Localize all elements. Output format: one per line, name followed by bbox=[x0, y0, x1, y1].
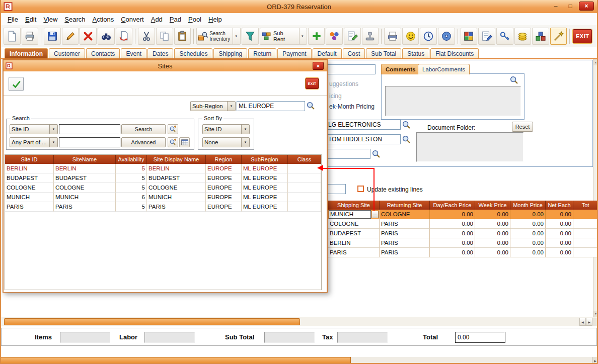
form-edit-icon[interactable] bbox=[478, 28, 495, 45]
table-row[interactable]: COLOGNEPARIS0.000.000.000.00 bbox=[328, 219, 598, 229]
tab-comments[interactable]: Comments bbox=[381, 64, 420, 74]
column-header[interactable]: Month Price bbox=[510, 201, 546, 210]
sub-rent-button[interactable]: Sub Rent▼ bbox=[260, 28, 307, 45]
search-lookup-icon-button[interactable] bbox=[168, 124, 178, 134]
edit-pencil-icon[interactable] bbox=[62, 28, 79, 45]
menu-item-file[interactable]: File bbox=[4, 15, 22, 24]
save-icon[interactable] bbox=[44, 28, 61, 45]
data-cube-icon[interactable] bbox=[461, 28, 478, 45]
menu-item-pool[interactable]: Pool bbox=[185, 15, 205, 24]
copy-icon[interactable] bbox=[156, 28, 173, 45]
exit-button[interactable]: EXIT bbox=[573, 29, 592, 43]
sub-total-field[interactable] bbox=[264, 332, 315, 343]
scroll-right-button[interactable]: ▶ bbox=[586, 318, 592, 326]
table-row[interactable]: MUNICH...COLOGNE0.000.000.000.00 bbox=[328, 210, 598, 219]
tab-default[interactable]: Default bbox=[313, 48, 342, 58]
menu-item-edit[interactable]: Edit bbox=[22, 15, 40, 24]
search-field-selector-2[interactable]: Any Part of ... ▼ bbox=[10, 137, 58, 147]
search-field-selector-1[interactable]: Site ID ▼ bbox=[10, 124, 58, 134]
menu-item-convert[interactable]: Convert bbox=[117, 15, 147, 24]
column-header[interactable]: Site Display Name bbox=[147, 155, 206, 164]
dialog-exit-button[interactable]: EXIT bbox=[306, 78, 319, 89]
tax-field[interactable] bbox=[337, 332, 388, 343]
maximize-button[interactable]: □ bbox=[564, 2, 576, 11]
print-icon[interactable] bbox=[22, 28, 39, 45]
minimize-button[interactable]: – bbox=[550, 2, 562, 11]
tab-status[interactable]: Status bbox=[402, 48, 429, 58]
modules-icon[interactable] bbox=[532, 28, 549, 45]
tab-cost[interactable]: Cost bbox=[343, 48, 365, 58]
customer-field[interactable]: LG ELECTRONICS bbox=[326, 120, 401, 130]
subregion-selector[interactable]: Sub-Region ▼ bbox=[190, 101, 236, 111]
column-header[interactable]: Site ID bbox=[5, 155, 54, 164]
advanced-lookup-icon-button[interactable] bbox=[168, 137, 178, 147]
dropdown-arrow-icon[interactable]: ▼ bbox=[233, 28, 239, 44]
lookup-search-button[interactable] bbox=[371, 149, 382, 159]
menu-item-help[interactable]: Help bbox=[205, 15, 226, 24]
table-row[interactable]: PARISPARIS0.000.000.000.00 bbox=[328, 248, 598, 257]
update-existing-lines-checkbox[interactable] bbox=[357, 186, 364, 192]
labor-field[interactable] bbox=[144, 332, 195, 343]
menu-item-add[interactable]: Add bbox=[147, 15, 166, 24]
search-input-1[interactable] bbox=[59, 124, 120, 134]
column-header[interactable]: Region bbox=[206, 155, 242, 164]
column-header[interactable]: Availability bbox=[116, 155, 147, 164]
menu-item-view[interactable]: View bbox=[40, 15, 61, 24]
lookup-field[interactable] bbox=[326, 149, 370, 159]
search-inventory-button[interactable]: SearchInventory▼ bbox=[196, 28, 241, 45]
coins-icon[interactable] bbox=[514, 28, 532, 45]
table-row[interactable]: COLOGNECOLOGNE5COLOGNEEUROPEML EUROPE bbox=[5, 183, 321, 193]
world-clock-icon[interactable] bbox=[420, 28, 437, 45]
total-field[interactable]: 0.00 bbox=[455, 332, 505, 343]
comments-search-button[interactable] bbox=[509, 75, 519, 85]
magic-wand-icon[interactable] bbox=[550, 28, 567, 45]
disc-icon[interactable] bbox=[438, 28, 455, 45]
advanced-button[interactable]: Advanced bbox=[121, 137, 166, 147]
tab-dates[interactable]: Dates bbox=[147, 48, 173, 58]
subregion-value-field[interactable]: ML EUROPE bbox=[237, 101, 305, 111]
new-document-icon[interactable] bbox=[4, 28, 21, 45]
tab-sub-total[interactable]: Sub Total bbox=[366, 48, 401, 58]
table-row[interactable]: PARISPARIS5PARISEUROPEML EUROPE bbox=[5, 202, 321, 212]
smiley-icon[interactable] bbox=[402, 28, 419, 45]
table-row[interactable]: MUNICHMUNICH6MUNICHEUROPEML EUROPE bbox=[5, 193, 321, 202]
column-header[interactable]: Class bbox=[288, 155, 321, 164]
column-header[interactable]: Returning Site bbox=[380, 201, 430, 210]
dropdown-arrow-icon[interactable]: ▼ bbox=[299, 28, 306, 44]
table-row[interactable]: BERLINPARIS0.000.000.000.00 bbox=[328, 238, 598, 248]
shipping-site-input[interactable]: MUNICH bbox=[329, 210, 371, 219]
scroll-left-button[interactable]: ◀ bbox=[579, 318, 586, 326]
tab-payment[interactable]: Payment bbox=[277, 48, 311, 58]
tab-information[interactable]: Information bbox=[5, 48, 48, 58]
close-button[interactable]: × bbox=[579, 2, 594, 11]
ok-check-button[interactable] bbox=[9, 77, 24, 91]
tab-event[interactable]: Event bbox=[121, 48, 146, 58]
menu-item-pad[interactable]: Pad bbox=[166, 15, 185, 24]
column-header[interactable]: Tot bbox=[573, 201, 598, 210]
browse-ellipsis-button[interactable]: ... bbox=[371, 211, 379, 218]
table-row[interactable]: BUDAPESTBUDAPEST5BUDAPESTEUROPEML EUROPE bbox=[5, 173, 321, 183]
horizontal-scrollbar[interactable]: ◀ ▶ bbox=[0, 317, 598, 326]
comments-textarea[interactable] bbox=[385, 86, 521, 116]
search-input-2[interactable] bbox=[59, 137, 120, 147]
contact-search-button[interactable] bbox=[402, 135, 412, 145]
cut-icon[interactable] bbox=[138, 28, 155, 45]
menu-item-search[interactable]: Search bbox=[61, 15, 89, 24]
reset-button[interactable]: Reset bbox=[512, 122, 533, 132]
tab-flat-discounts[interactable]: Flat Discounts bbox=[430, 48, 479, 58]
convert-document-icon[interactable] bbox=[116, 28, 133, 45]
table-row[interactable]: BERLINBERLIN5BERLINEUROPEML EUROPE bbox=[5, 164, 321, 173]
items-field[interactable] bbox=[60, 332, 110, 343]
column-header[interactable]: SubRegion bbox=[242, 155, 288, 164]
customer-search-button[interactable] bbox=[402, 120, 412, 130]
search-button[interactable]: Search bbox=[121, 124, 166, 134]
paste-icon[interactable] bbox=[174, 28, 191, 45]
menu-item-actions[interactable]: Actions bbox=[89, 15, 118, 24]
find-binoculars-icon[interactable] bbox=[98, 28, 115, 45]
tab-labor-comments[interactable]: LaborComments bbox=[418, 64, 470, 74]
column-header[interactable]: Day/Each Price bbox=[430, 201, 475, 210]
tab-schedules[interactable]: Schedules bbox=[174, 48, 212, 58]
contact-field[interactable]: TOM HIDDLESTON bbox=[326, 134, 401, 144]
sort-selector-2[interactable]: None ▼ bbox=[202, 137, 250, 147]
pool-balls-icon[interactable] bbox=[326, 28, 343, 45]
